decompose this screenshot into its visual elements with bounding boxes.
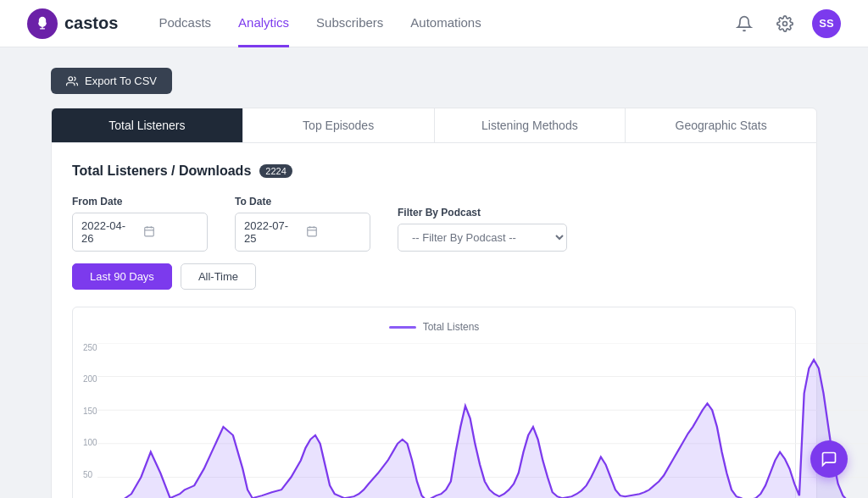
settings-icon[interactable] xyxy=(771,10,798,37)
from-date-input[interactable]: 2022-04-26 xyxy=(72,213,208,252)
chat-button[interactable] xyxy=(810,440,848,478)
chart-svg-area: 2022-04-26 2022-04-30 2022-05-04 2022-05… xyxy=(97,343,868,498)
export-icon xyxy=(66,75,78,87)
tab-top-episodes[interactable]: Top Episodes xyxy=(243,108,435,142)
export-csv-button[interactable]: Export To CSV xyxy=(51,68,172,94)
podcast-filter-select[interactable]: -- Filter By Podcast -- xyxy=(398,224,567,252)
legend-label: Total Listens xyxy=(423,321,480,333)
nav-analytics[interactable]: Analytics xyxy=(238,0,289,47)
svg-point-1 xyxy=(69,76,73,80)
chat-icon xyxy=(821,451,837,468)
svg-rect-2 xyxy=(145,227,154,236)
logo-icon xyxy=(27,8,58,39)
chart-container: Total Listens 0 50 100 150 200 250 xyxy=(72,307,796,498)
from-date-value: 2022-04-26 xyxy=(81,219,136,245)
nav-podcasts[interactable]: Podcasts xyxy=(159,0,211,47)
filters-row: From Date 2022-04-26 To Date xyxy=(72,196,796,252)
calendar-icon-from xyxy=(143,225,198,240)
notification-icon[interactable] xyxy=(731,10,758,37)
svg-rect-6 xyxy=(308,227,317,236)
podcast-filter-group: Filter By Podcast -- Filter By Podcast -… xyxy=(398,207,567,252)
user-avatar[interactable]: SS xyxy=(812,9,841,38)
all-time-button[interactable]: All-Time xyxy=(181,263,256,290)
total-count-badge: 2224 xyxy=(259,164,292,178)
chart-wrapper: 0 50 100 150 200 250 xyxy=(83,343,785,498)
nav-subscribers[interactable]: Subscribers xyxy=(316,0,383,47)
from-date-group: From Date 2022-04-26 xyxy=(72,196,208,252)
nav-automations[interactable]: Automations xyxy=(410,0,481,47)
to-date-input[interactable]: 2022-07-25 xyxy=(235,213,370,252)
to-date-label: To Date xyxy=(235,196,370,208)
to-date-group: To Date 2022-07-25 xyxy=(235,196,370,252)
from-date-label: From Date xyxy=(72,196,208,208)
tab-geographic-stats[interactable]: Geographic Stats xyxy=(626,108,816,142)
calendar-icon-to xyxy=(306,225,361,240)
legend-line-icon xyxy=(389,326,416,329)
chart-legend: Total Listens xyxy=(83,321,785,333)
y-axis: 0 50 100 150 200 250 xyxy=(83,343,97,498)
main-content: Export To CSV Total Listeners Top Episod… xyxy=(0,47,868,498)
main-nav: Podcasts Analytics Subscribers Automatio… xyxy=(159,0,731,47)
tabs-bar: Total Listeners Top Episodes Listening M… xyxy=(51,108,817,143)
logo[interactable]: castos xyxy=(27,8,118,39)
podcast-filter-label: Filter By Podcast xyxy=(398,207,567,219)
last-90-days-button[interactable]: Last 90 Days xyxy=(72,263,172,290)
tab-total-listeners[interactable]: Total Listeners xyxy=(52,108,243,142)
header-right: SS xyxy=(731,9,841,38)
section-title: Total Listeners / Downloads 2224 xyxy=(72,163,796,179)
to-date-value: 2022-07-25 xyxy=(244,219,299,245)
svg-point-0 xyxy=(783,21,787,25)
logo-text: castos xyxy=(64,14,118,33)
tab-listening-methods[interactable]: Listening Methods xyxy=(435,108,626,142)
quick-buttons: Last 90 Days All-Time xyxy=(72,263,796,290)
header: castos Podcasts Analytics Subscribers Au… xyxy=(0,0,868,47)
tab-content: Total Listeners / Downloads 2224 From Da… xyxy=(51,143,817,498)
chart-svg xyxy=(97,343,868,498)
